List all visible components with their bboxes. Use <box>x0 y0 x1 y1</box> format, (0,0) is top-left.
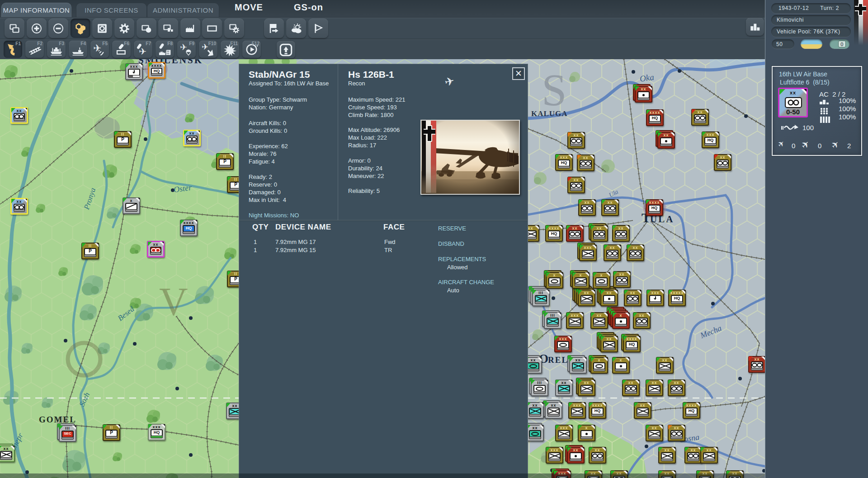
svg-text:GOMEL: GOMEL <box>39 415 76 424</box>
svg-text:✈: ✈ <box>180 43 187 52</box>
svg-text:✈: ✈ <box>202 43 208 52</box>
svg-text:Oka: Oka <box>639 72 655 84</box>
svg-text:KALUGA: KALUGA <box>531 109 568 118</box>
svg-text:S: S <box>542 65 567 115</box>
svg-text:✈: ✈ <box>139 47 146 56</box>
svg-text:V: V <box>159 280 188 323</box>
svg-text:REL: REL <box>548 355 568 365</box>
